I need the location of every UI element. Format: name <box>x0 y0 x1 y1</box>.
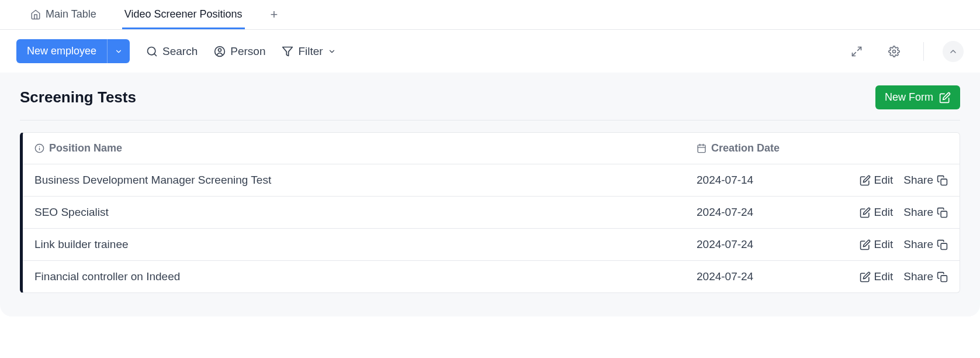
svg-rect-18 <box>941 276 947 281</box>
table-row[interactable]: Link builder trainee2024-07-24EditShare <box>23 229 960 261</box>
edit-icon <box>860 271 871 283</box>
tabs-bar: Main Table Video Screener Positions + <box>0 0 980 30</box>
cell-position-name: Link builder trainee <box>34 238 697 251</box>
divider <box>923 42 924 61</box>
info-icon <box>34 143 44 153</box>
toolbar: New employee Search Person Filter <box>0 30 980 73</box>
svg-point-3 <box>219 49 221 51</box>
home-icon <box>30 9 41 20</box>
section-header: Screening Tests New Form <box>20 85 960 121</box>
edit-label: Edit <box>874 238 894 251</box>
column-header-position[interactable]: Position Name <box>34 142 697 154</box>
cell-creation-date: 2024-07-24 <box>697 270 813 283</box>
cell-actions: EditShare <box>813 206 948 219</box>
column-label: Position Name <box>49 142 122 154</box>
search-icon <box>146 46 158 57</box>
cell-creation-date: 2024-07-24 <box>697 206 813 219</box>
svg-point-7 <box>893 50 896 53</box>
cell-creation-date: 2024-07-14 <box>697 174 813 187</box>
svg-line-5 <box>858 47 861 50</box>
edit-icon <box>860 207 871 218</box>
svg-rect-16 <box>941 211 947 217</box>
cell-position-name: Business Development Manager Screening T… <box>34 174 697 187</box>
table-row[interactable]: SEO Specialist2024-07-24EditShare <box>23 197 960 229</box>
add-tab-button[interactable]: + <box>268 1 281 28</box>
cell-creation-date: 2024-07-24 <box>697 238 813 251</box>
tab-label: Video Screener Positions <box>124 8 243 20</box>
chevron-down-icon <box>328 47 336 56</box>
cell-position-name: Financial controller on Indeed <box>34 270 697 283</box>
cell-position-name: SEO Specialist <box>34 206 697 219</box>
new-employee-caret[interactable] <box>107 39 130 63</box>
cell-actions: EditShare <box>813 174 948 187</box>
svg-rect-15 <box>941 179 947 185</box>
chevron-down-icon <box>115 47 123 56</box>
share-label: Share <box>903 270 933 283</box>
search-button[interactable]: Search <box>146 45 198 58</box>
share-button[interactable]: Share <box>903 206 948 219</box>
share-button[interactable]: Share <box>903 270 948 283</box>
edit-label: Edit <box>874 174 894 187</box>
person-icon <box>214 46 226 57</box>
table-row[interactable]: Financial controller on Indeed2024-07-24… <box>23 261 960 292</box>
collapse-button[interactable] <box>943 41 964 62</box>
table-header-row: Position Name Creation Date <box>23 133 960 164</box>
filter-button[interactable]: Filter <box>282 45 335 58</box>
column-label: Creation Date <box>711 142 780 154</box>
screening-tests-table: Position Name Creation Date Business Dev… <box>20 132 960 293</box>
person-label: Person <box>230 45 265 58</box>
share-button[interactable]: Share <box>903 238 948 251</box>
chevron-up-icon <box>948 47 958 56</box>
new-employee-button[interactable]: New employee <box>16 39 107 63</box>
expand-button[interactable] <box>846 41 867 62</box>
new-form-button[interactable]: New Form <box>875 85 960 109</box>
app-card: Main Table Video Screener Positions + Ne… <box>0 0 980 316</box>
copy-icon <box>937 239 948 250</box>
calendar-icon <box>697 143 707 153</box>
edit-form-icon <box>939 92 951 104</box>
copy-icon <box>937 175 948 186</box>
new-employee-split-button: New employee <box>16 39 130 63</box>
expand-icon <box>851 46 863 57</box>
section: Screening Tests New Form Position Name <box>0 73 980 316</box>
svg-line-1 <box>154 53 157 56</box>
tab-main-table[interactable]: Main Table <box>28 0 99 29</box>
filter-label: Filter <box>298 45 323 58</box>
share-label: Share <box>903 238 933 251</box>
settings-button[interactable] <box>884 41 905 62</box>
gear-icon <box>888 46 900 57</box>
svg-marker-4 <box>283 47 293 56</box>
button-label: New employee <box>27 45 96 57</box>
svg-rect-11 <box>698 145 705 153</box>
search-label: Search <box>162 45 198 58</box>
edit-button[interactable]: Edit <box>860 238 894 251</box>
edit-icon <box>860 175 871 186</box>
copy-icon <box>937 271 948 283</box>
svg-rect-17 <box>941 243 947 249</box>
button-label: New Form <box>885 91 933 104</box>
table-row[interactable]: Business Development Manager Screening T… <box>23 164 960 197</box>
person-button[interactable]: Person <box>214 45 265 58</box>
section-title: Screening Tests <box>20 88 136 106</box>
edit-button[interactable]: Edit <box>860 206 894 219</box>
edit-button[interactable]: Edit <box>860 270 894 283</box>
share-button[interactable]: Share <box>903 174 948 187</box>
edit-label: Edit <box>874 206 894 219</box>
edit-button[interactable]: Edit <box>860 174 894 187</box>
share-label: Share <box>903 174 933 187</box>
tab-label: Main Table <box>46 8 96 20</box>
edit-icon <box>860 239 871 250</box>
column-header-date[interactable]: Creation Date <box>697 142 813 154</box>
share-label: Share <box>903 206 933 219</box>
tab-video-screener-positions[interactable]: Video Screener Positions <box>122 0 245 29</box>
cell-actions: EditShare <box>813 238 948 251</box>
copy-icon <box>937 207 948 218</box>
filter-icon <box>282 46 293 57</box>
cell-actions: EditShare <box>813 270 948 283</box>
svg-line-6 <box>853 52 856 56</box>
edit-label: Edit <box>874 270 894 283</box>
